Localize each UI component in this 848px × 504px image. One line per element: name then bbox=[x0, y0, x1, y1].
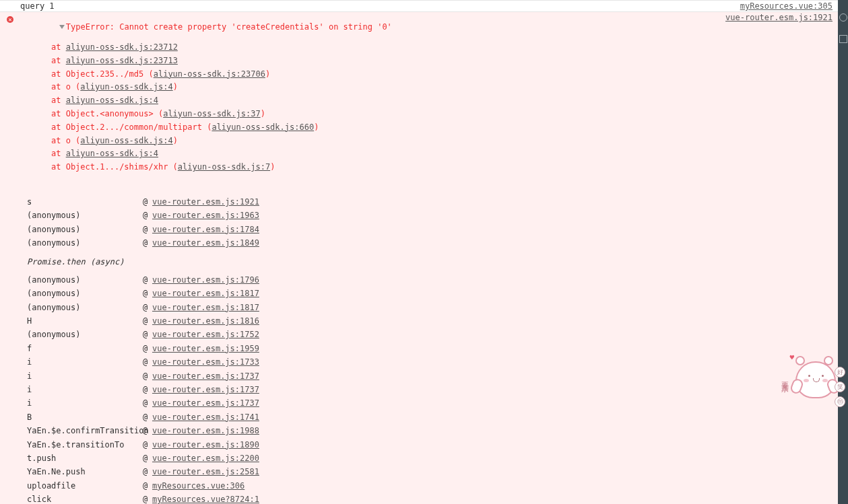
source-link[interactable]: aliyun-oss-sdk.js:4 bbox=[66, 149, 158, 158]
source-link[interactable]: vue-router.esm.js:2581 bbox=[152, 467, 259, 476]
source-link[interactable]: myResources.vue:305 bbox=[740, 1, 833, 11]
call-function: (anonymous) bbox=[27, 236, 143, 250]
call-function: (anonymous) bbox=[27, 328, 143, 341]
call-frame: H@vue-router.esm.js:1816 bbox=[27, 314, 838, 328]
devtools-rail bbox=[838, 0, 848, 504]
source-link[interactable]: vue-router.esm.js:1890 bbox=[152, 440, 259, 449]
source-link[interactable]: aliyun-oss-sdk.js:23706 bbox=[154, 69, 265, 79]
source-link[interactable]: vue-router.esm.js:1816 bbox=[152, 316, 259, 326]
call-function: YaEn.$e.transitionTo bbox=[27, 438, 143, 452]
source-link[interactable]: vue-router.esm.js:2200 bbox=[152, 454, 259, 463]
gutter bbox=[0, 1, 16, 2]
log-entry-error: ✕ TypeError: Cannot create property 'cre… bbox=[0, 11, 838, 504]
source-link[interactable]: vue-router.esm.js:1784 bbox=[152, 225, 259, 234]
call-stack: s@vue-router.esm.js:1921(anonymous)@vue-… bbox=[0, 193, 838, 253]
source-link[interactable]: aliyun-oss-sdk.js:23713 bbox=[66, 56, 178, 65]
call-function: i bbox=[27, 396, 143, 410]
source-link[interactable]: vue-router.esm.js:1737 bbox=[152, 371, 259, 381]
call-frame: (anonymous)@vue-router.esm.js:1817 bbox=[27, 287, 838, 300]
call-function: YaEn.$e.confirmTransition bbox=[27, 424, 143, 437]
source-link[interactable]: vue-router.esm.js:1963 bbox=[152, 211, 259, 220]
source-link[interactable]: aliyun-oss-sdk.js:23712 bbox=[66, 42, 178, 52]
stack-frame: at aliyun-oss-sdk.js:4 bbox=[51, 147, 725, 161]
call-frame: s@vue-router.esm.js:1921 bbox=[27, 195, 838, 209]
call-frame: uploadfile@myResources.vue:306 bbox=[27, 479, 838, 493]
call-function: (anonymous) bbox=[27, 223, 143, 236]
call-frame: i@vue-router.esm.js:1737 bbox=[27, 383, 838, 396]
source-link[interactable]: aliyun-oss-sdk.js:4 bbox=[80, 82, 172, 92]
source-link[interactable]: aliyun-oss-sdk.js:660 bbox=[211, 122, 314, 132]
source-link[interactable]: aliyun-oss-sdk.js:37 bbox=[163, 109, 261, 118]
call-function: YaEn.Ne.push bbox=[27, 465, 143, 478]
log-entry-query: query 1 myResources.vue:305 bbox=[0, 0, 838, 11]
call-frame: (anonymous)@vue-router.esm.js:1784 bbox=[27, 223, 838, 236]
call-function: s bbox=[27, 195, 143, 209]
call-frame: f@vue-router.esm.js:1959 bbox=[27, 342, 838, 355]
call-frame: (anonymous)@vue-router.esm.js:1752 bbox=[27, 328, 838, 341]
stack-frame: at Object.1.../shims/xhr (aliyun-oss-sdk… bbox=[51, 161, 725, 174]
call-function: i bbox=[27, 369, 143, 383]
call-frame: YaEn.$e.transitionTo@vue-router.esm.js:1… bbox=[27, 438, 838, 452]
call-function: (anonymous) bbox=[27, 273, 143, 287]
call-frame: t.push@vue-router.esm.js:2200 bbox=[27, 452, 838, 465]
source-link[interactable]: vue-router.esm.js:1921 bbox=[725, 13, 833, 22]
call-frame: (anonymous)@vue-router.esm.js:1963 bbox=[27, 209, 838, 222]
console-panel: query 1 myResources.vue:305 ✕ TypeError:… bbox=[0, 0, 838, 504]
call-frame: i@vue-router.esm.js:1733 bbox=[27, 355, 838, 369]
call-frame: (anonymous)@vue-router.esm.js:1849 bbox=[27, 236, 838, 250]
stack-frame: at Object.2.../common/multipart (aliyun-… bbox=[51, 121, 725, 135]
error-icon: ✕ bbox=[7, 16, 13, 23]
stack-frame: at aliyun-oss-sdk.js:23712 bbox=[51, 41, 725, 55]
call-function: (anonymous) bbox=[27, 287, 143, 300]
async-divider: Promise.then (async) bbox=[27, 255, 143, 268]
log-message: query 1 bbox=[16, 1, 740, 11]
source-link[interactable]: vue-router.esm.js:1796 bbox=[152, 275, 259, 285]
call-function: i bbox=[27, 383, 143, 396]
source-link[interactable]: vue-router.esm.js:1733 bbox=[152, 357, 259, 367]
call-stack: (anonymous)@vue-router.esm.js:1796(anony… bbox=[0, 271, 838, 504]
source-link[interactable]: vue-router.esm.js:1921 bbox=[152, 197, 259, 207]
stack-frame: at o (aliyun-oss-sdk.js:4) bbox=[51, 135, 725, 148]
stack-frame: at aliyun-oss-sdk.js:23713 bbox=[51, 55, 725, 68]
source-link[interactable]: vue-router.esm.js:1849 bbox=[152, 238, 259, 248]
call-function: i bbox=[27, 355, 143, 369]
stack-frame: at Object.<anonymous> (aliyun-oss-sdk.js… bbox=[51, 108, 725, 121]
error-message: TypeError: Cannot create property 'creat… bbox=[66, 22, 392, 32]
call-frame: YaEn.Ne.push@vue-router.esm.js:2581 bbox=[27, 465, 838, 478]
call-frame: i@vue-router.esm.js:1737 bbox=[27, 369, 838, 383]
call-function: uploadfile bbox=[27, 479, 143, 493]
call-frame: click@myResources.vue?8724:1 bbox=[27, 493, 838, 504]
call-function: H bbox=[27, 314, 143, 328]
source-link[interactable]: vue-router.esm.js:1817 bbox=[152, 289, 259, 298]
call-function: f bbox=[27, 342, 143, 355]
source-link[interactable]: vue-router.esm.js:1817 bbox=[152, 303, 259, 312]
source-link[interactable]: aliyun-oss-sdk.js:4 bbox=[80, 136, 172, 145]
source-link[interactable]: myResources.vue?8724:1 bbox=[152, 495, 259, 504]
expand-caret-icon[interactable] bbox=[59, 25, 65, 29]
source-link[interactable]: vue-router.esm.js:1737 bbox=[152, 398, 259, 408]
source-link[interactable]: vue-router.esm.js:1741 bbox=[152, 412, 259, 422]
source-link[interactable]: myResources.vue:306 bbox=[152, 481, 244, 491]
call-function: t.push bbox=[27, 452, 143, 465]
call-frame: B@vue-router.esm.js:1741 bbox=[27, 410, 838, 424]
rail-icon[interactable] bbox=[839, 13, 847, 22]
call-function: click bbox=[27, 493, 143, 504]
call-frame: (anonymous)@vue-router.esm.js:1796 bbox=[27, 273, 838, 287]
call-function: (anonymous) bbox=[27, 301, 143, 314]
source-link[interactable]: vue-router.esm.js:1752 bbox=[152, 330, 259, 339]
call-frame: YaEn.$e.confirmTransition@vue-router.esm… bbox=[27, 424, 838, 437]
stack-frame: at aliyun-oss-sdk.js:4 bbox=[51, 94, 725, 108]
stack-frame: at o (aliyun-oss-sdk.js:4) bbox=[51, 81, 725, 94]
rail-icon[interactable] bbox=[839, 35, 847, 43]
source-link[interactable]: vue-router.esm.js:1959 bbox=[152, 344, 259, 353]
source-link[interactable]: aliyun-oss-sdk.js:4 bbox=[66, 96, 158, 105]
call-function: (anonymous) bbox=[27, 209, 143, 222]
call-frame: i@vue-router.esm.js:1737 bbox=[27, 396, 838, 410]
source-link[interactable]: aliyun-oss-sdk.js:7 bbox=[178, 162, 270, 172]
source-link[interactable]: vue-router.esm.js:1737 bbox=[152, 385, 259, 394]
source-link[interactable]: vue-router.esm.js:1988 bbox=[152, 426, 259, 435]
stack-frame: at Object.235../md5 (aliyun-oss-sdk.js:2… bbox=[51, 68, 725, 81]
call-frame: (anonymous)@vue-router.esm.js:1817 bbox=[27, 301, 838, 314]
call-function: B bbox=[27, 410, 143, 424]
stack-trace: at aliyun-oss-sdk.js:23712at aliyun-oss-… bbox=[20, 41, 725, 174]
